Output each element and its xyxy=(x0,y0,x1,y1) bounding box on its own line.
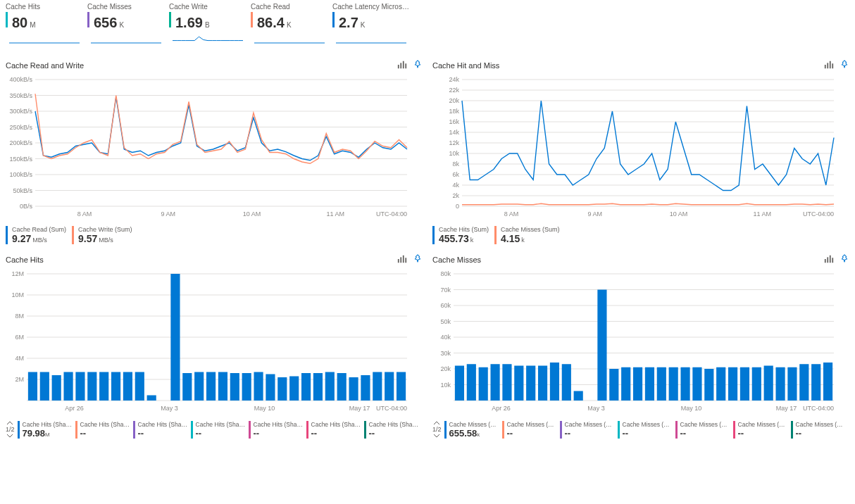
svg-rect-157 xyxy=(633,367,642,401)
panel-title: Cache Hits xyxy=(6,256,44,264)
svg-rect-113 xyxy=(373,372,382,401)
shard-legend-item[interactable]: Cache Misses (Shard ...-- xyxy=(560,421,615,439)
svg-text:100kB/s: 100kB/s xyxy=(9,171,32,178)
svg-rect-87 xyxy=(63,372,73,401)
metric-card[interactable]: Cache Hits80M xyxy=(6,1,83,50)
metric-color-bar xyxy=(6,12,8,27)
shard-legend-item[interactable]: Cache Hits (Shard 1)...-- xyxy=(75,421,130,439)
svg-rect-93 xyxy=(135,372,144,401)
shard-legend-item[interactable]: Cache Misses (Shard ...-- xyxy=(618,421,673,439)
svg-rect-103 xyxy=(254,372,263,401)
svg-text:150kB/s: 150kB/s xyxy=(9,156,32,163)
shard-value: -- xyxy=(80,428,130,439)
panel-actions xyxy=(397,254,423,265)
legend-value: 4.15k xyxy=(501,233,560,244)
chevron-down-icon[interactable] xyxy=(433,433,440,439)
svg-text:UTC-04:00: UTC-04:00 xyxy=(376,405,407,412)
svg-text:4k: 4k xyxy=(452,182,459,189)
chevron-up-icon[interactable] xyxy=(6,420,13,426)
svg-rect-111 xyxy=(349,377,358,401)
svg-rect-85 xyxy=(40,372,49,401)
shard-legend-item[interactable]: Cache Hits (Shard 0)...79.98M xyxy=(18,421,73,439)
legend-item[interactable]: Cache Read (Sum)9.27MB/s xyxy=(6,226,66,244)
legend-name: Cache Read (Sum) xyxy=(12,226,66,233)
svg-rect-172 xyxy=(811,364,820,401)
shard-value: -- xyxy=(138,428,188,439)
metric-card[interactable]: Cache Write1.69B xyxy=(169,1,246,50)
metric-card[interactable]: Cache Misses656K xyxy=(87,1,165,50)
metric-card[interactable]: Cache Latency Microsecon2.7K xyxy=(332,1,410,50)
pin-icon[interactable] xyxy=(413,254,423,265)
pin-icon[interactable] xyxy=(840,254,849,265)
metric-color-bar xyxy=(251,12,253,27)
chevron-down-icon[interactable] xyxy=(6,433,13,439)
panel-actions xyxy=(397,60,423,71)
svg-rect-114 xyxy=(385,372,394,401)
shard-value: -- xyxy=(507,428,557,439)
shard-legend-item[interactable]: Cache Hits (Shard 3)...-- xyxy=(191,421,246,439)
metrics-explorer-icon[interactable] xyxy=(397,60,407,71)
metrics-explorer-icon[interactable] xyxy=(397,254,407,265)
shard-value: -- xyxy=(738,428,788,439)
panel-cache-misses: Cache Misses 10k20k30k40k50k60k70k80kApr… xyxy=(432,254,849,439)
panel-cache-read-write: Cache Read and Write 0B/s50kB/s100kB/s15… xyxy=(6,60,423,244)
svg-rect-62 xyxy=(398,259,399,263)
shard-legend-item[interactable]: Cache Misses (Shard ...-- xyxy=(791,421,846,439)
svg-text:May 17: May 17 xyxy=(349,405,370,412)
svg-rect-167 xyxy=(752,367,761,401)
shard-name: Cache Misses (Shard ... xyxy=(449,421,499,428)
svg-rect-154 xyxy=(597,290,606,401)
shard-legend-item[interactable]: Cache Misses (Shard ...-- xyxy=(675,421,730,439)
metrics-strip: Cache Hits80MCache Misses656KCache Write… xyxy=(0,0,855,54)
shards-hits: 1/2Cache Hits (Shard 0)...79.98MCache Hi… xyxy=(6,420,423,439)
svg-rect-117 xyxy=(827,257,828,263)
svg-rect-145 xyxy=(490,364,499,401)
svg-text:16k: 16k xyxy=(449,118,459,125)
legend-item[interactable]: Cache Misses (Sum)4.15k xyxy=(494,226,560,244)
pin-icon[interactable] xyxy=(840,60,849,71)
shard-pager[interactable]: 1/2 xyxy=(432,420,442,439)
legend-item[interactable]: Cache Hits (Sum)455.73k xyxy=(432,226,489,244)
legend-item[interactable]: Cache Write (Sum)9.57MB/s xyxy=(72,226,132,244)
chevron-up-icon[interactable] xyxy=(433,420,440,426)
shard-pager[interactable]: 1/2 xyxy=(6,420,15,439)
svg-rect-27 xyxy=(825,65,826,68)
svg-rect-168 xyxy=(764,366,773,401)
shard-name: Cache Misses (Shard ... xyxy=(680,421,730,428)
metric-sparkline xyxy=(6,34,83,46)
shard-legend-item[interactable]: Cache Hits (Shard 4)...-- xyxy=(249,421,304,439)
pin-icon[interactable] xyxy=(413,60,423,71)
shard-legend-item[interactable]: Cache Misses (Shard ...-- xyxy=(733,421,788,439)
svg-text:8k: 8k xyxy=(452,160,459,168)
svg-text:9 AM: 9 AM xyxy=(588,210,603,218)
shard-legend-item[interactable]: Cache Hits (Shard 5)...-- xyxy=(306,421,361,439)
svg-text:2k: 2k xyxy=(452,192,459,199)
svg-text:10k: 10k xyxy=(440,382,451,389)
shard-legend-item[interactable]: Cache Misses (Shard ...-- xyxy=(502,421,557,439)
metrics-explorer-icon[interactable] xyxy=(824,60,834,71)
shard-legend-item[interactable]: Cache Hits (Shard 2)...-- xyxy=(133,421,188,439)
shard-value: 655.58k xyxy=(449,428,499,439)
shard-name: Cache Hits (Shard 4)... xyxy=(254,421,304,428)
svg-text:May 10: May 10 xyxy=(681,405,702,412)
svg-rect-0 xyxy=(398,65,399,68)
metric-value: 80 xyxy=(12,15,27,31)
svg-rect-149 xyxy=(538,366,547,401)
svg-text:Apr 26: Apr 26 xyxy=(65,405,84,412)
svg-rect-107 xyxy=(301,373,311,401)
svg-rect-30 xyxy=(832,63,833,68)
shard-legend-item[interactable]: Cache Misses (Shard ...655.58k xyxy=(444,421,499,439)
svg-text:40k: 40k xyxy=(440,334,451,341)
panel-title: Cache Read and Write xyxy=(6,61,84,70)
shard-name: Cache Hits (Shard 0)... xyxy=(23,421,73,428)
svg-rect-94 xyxy=(147,396,156,401)
shard-legend-item[interactable]: Cache Hits (Shard 6)...-- xyxy=(364,421,419,439)
shards-misses: 1/2Cache Misses (Shard ...655.58kCache M… xyxy=(432,420,849,439)
metrics-explorer-icon[interactable] xyxy=(824,254,834,265)
metric-sparkline xyxy=(251,34,328,46)
svg-text:14k: 14k xyxy=(449,129,459,136)
shard-name: Cache Misses (Shard ... xyxy=(796,421,846,428)
metric-card[interactable]: Cache Read86.4K xyxy=(251,1,328,50)
svg-rect-2 xyxy=(403,61,404,69)
svg-rect-101 xyxy=(230,373,239,401)
